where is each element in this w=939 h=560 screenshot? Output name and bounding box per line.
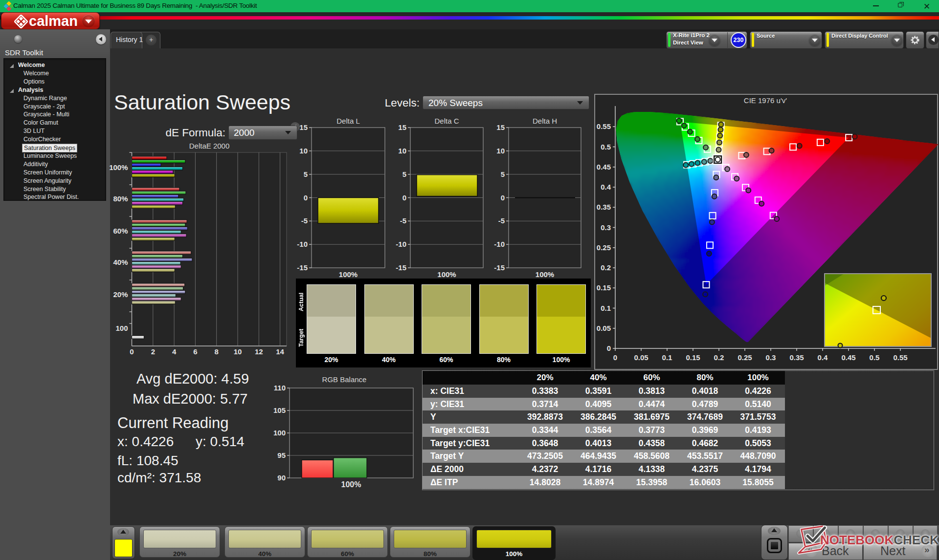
svg-text:Delta L: Delta L xyxy=(336,117,360,125)
svg-text:-15: -15 xyxy=(494,263,505,272)
svg-text:0.5: 0.5 xyxy=(601,143,611,151)
svg-text:Delta H: Delta H xyxy=(533,117,557,125)
svg-text:6: 6 xyxy=(193,347,197,356)
svg-text:0: 0 xyxy=(402,194,406,202)
svg-text:100%: 100% xyxy=(109,163,128,172)
svg-text:CIE 1976 u'v': CIE 1976 u'v' xyxy=(744,96,787,105)
svg-text:RGB Balance: RGB Balance xyxy=(322,375,367,384)
svg-text:0.3: 0.3 xyxy=(766,353,776,362)
svg-text:0.1: 0.1 xyxy=(601,304,611,312)
svg-text:10: 10 xyxy=(299,147,308,155)
svg-text:100: 100 xyxy=(115,324,128,332)
svg-text:10: 10 xyxy=(234,347,242,356)
svg-text:-5: -5 xyxy=(498,216,505,225)
svg-text:95: 95 xyxy=(277,451,286,459)
svg-text:0: 0 xyxy=(304,194,308,202)
svg-text:0.35: 0.35 xyxy=(789,353,804,362)
svg-text:0.4: 0.4 xyxy=(818,353,828,362)
svg-text:0.1: 0.1 xyxy=(662,353,672,362)
svg-text:0.25: 0.25 xyxy=(738,353,752,362)
svg-text:0.45: 0.45 xyxy=(597,163,611,171)
svg-text:110: 110 xyxy=(274,384,286,392)
svg-text:4: 4 xyxy=(172,347,177,356)
svg-text:100: 100 xyxy=(273,429,286,437)
svg-text:90: 90 xyxy=(277,474,286,482)
svg-text:0.25: 0.25 xyxy=(597,243,611,252)
svg-text:0.35: 0.35 xyxy=(597,203,611,211)
svg-text:40%: 40% xyxy=(113,258,128,266)
svg-text:-10: -10 xyxy=(297,240,308,248)
svg-text:0.4: 0.4 xyxy=(601,183,611,191)
svg-text:8: 8 xyxy=(215,347,219,356)
svg-text:105: 105 xyxy=(273,406,286,414)
svg-text:-15: -15 xyxy=(297,263,308,272)
svg-text:14: 14 xyxy=(276,347,284,356)
svg-text:5: 5 xyxy=(304,170,308,178)
svg-text:2: 2 xyxy=(151,347,155,356)
svg-text:60%: 60% xyxy=(113,227,128,235)
svg-text:0.2: 0.2 xyxy=(714,353,724,362)
svg-text:10: 10 xyxy=(398,147,406,155)
svg-text:0.55: 0.55 xyxy=(597,122,611,130)
svg-text:-5: -5 xyxy=(301,216,308,225)
svg-text:0.05: 0.05 xyxy=(634,353,648,362)
svg-text:100%: 100% xyxy=(339,270,358,279)
svg-text:0.15: 0.15 xyxy=(597,283,611,292)
svg-text:5: 5 xyxy=(402,170,406,178)
svg-text:0.15: 0.15 xyxy=(686,353,700,362)
svg-text:0: 0 xyxy=(501,194,505,202)
svg-text:0.3: 0.3 xyxy=(601,223,611,232)
svg-text:0: 0 xyxy=(130,347,134,356)
svg-text:100%: 100% xyxy=(437,270,456,279)
svg-text:-15: -15 xyxy=(396,263,406,272)
svg-text:0.2: 0.2 xyxy=(601,263,611,272)
svg-text:0: 0 xyxy=(607,344,611,352)
svg-text:0.05: 0.05 xyxy=(597,324,611,332)
svg-text:80%: 80% xyxy=(113,194,128,203)
svg-text:-5: -5 xyxy=(400,216,406,225)
svg-text:0: 0 xyxy=(613,353,617,362)
svg-text:-10: -10 xyxy=(494,240,505,248)
svg-text:0.5: 0.5 xyxy=(870,353,880,362)
svg-text:15: 15 xyxy=(299,123,308,131)
svg-text:100%: 100% xyxy=(341,480,361,489)
svg-text:20%: 20% xyxy=(113,290,128,299)
svg-text:15: 15 xyxy=(398,123,406,131)
svg-text:0.55: 0.55 xyxy=(893,353,907,362)
svg-text:Delta C: Delta C xyxy=(434,117,459,125)
svg-text:0.45: 0.45 xyxy=(841,353,855,362)
svg-text:10: 10 xyxy=(496,147,505,155)
svg-text:15: 15 xyxy=(496,123,505,131)
svg-text:100%: 100% xyxy=(536,270,554,279)
svg-text:DeltaE 2000: DeltaE 2000 xyxy=(189,142,230,150)
svg-text:5: 5 xyxy=(501,170,505,178)
svg-text:12: 12 xyxy=(255,347,263,356)
svg-text:-10: -10 xyxy=(396,240,406,248)
